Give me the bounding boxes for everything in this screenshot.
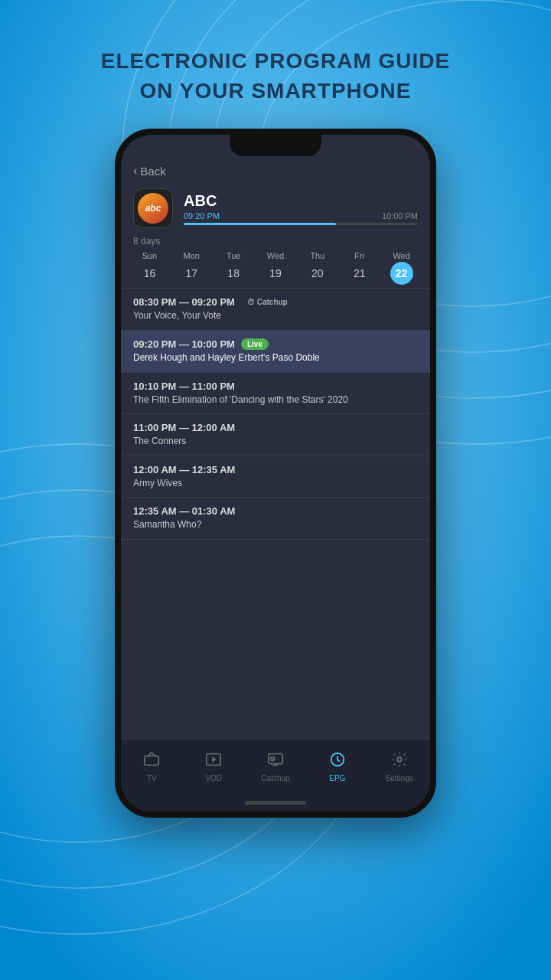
day-name: Wed <box>393 251 409 260</box>
program-list[interactable]: 08:30 PM — 09:20 PM⏱ CatchupYour Voice, … <box>121 289 430 740</box>
tv-icon <box>143 751 160 772</box>
program-item[interactable]: 09:20 PM — 10:00 PMLiveDerek Hough and H… <box>121 331 430 373</box>
program-item[interactable]: 12:35 AM — 01:30 AMSamantha Who? <box>121 498 430 540</box>
program-time: 11:00 PM — 12:00 AM <box>133 422 235 433</box>
back-button[interactable]: ‹ Back <box>121 159 430 182</box>
nav-label-settings: Settings <box>386 774 413 782</box>
program-time: 10:10 PM — 11:00 PM <box>133 381 235 392</box>
program-title: The Fifth Elimination of 'Dancing with t… <box>133 394 418 407</box>
catchup-icon <box>267 751 284 772</box>
program-time-row: 09:20 PM — 10:00 PMLive <box>133 338 418 350</box>
back-chevron-icon: ‹ <box>133 164 137 178</box>
day-name: Thu <box>310 251 324 260</box>
day-number: 21 <box>348 262 371 285</box>
day-number: 16 <box>138 262 161 285</box>
day-name: Sun <box>142 251 158 260</box>
nav-label-epg: EPG <box>329 774 345 782</box>
program-item[interactable]: 10:10 PM — 11:00 PMThe Fifth Elimination… <box>121 373 430 415</box>
program-title: Samantha Who? <box>133 519 418 531</box>
nav-label-tv: TV <box>147 774 157 782</box>
day-number: 19 <box>264 262 287 285</box>
headline-line1: ELECTRONIC PROGRAM GUIDE <box>101 46 450 76</box>
phone-notch <box>230 135 321 156</box>
program-time-row: 12:35 AM — 01:30 AM <box>133 505 418 517</box>
time-bar-row: 09:20 PM 10:00 PM <box>184 211 418 220</box>
phone-button-volume-up <box>433 242 436 288</box>
day-name: Fri <box>354 251 364 260</box>
day-item-sun-16[interactable]: Sun16 <box>129 251 171 285</box>
program-title: Army Wives <box>133 478 418 490</box>
nav-item-tv[interactable]: TV <box>121 751 183 782</box>
svg-marker-10 <box>212 757 217 763</box>
settings-icon <box>391 751 408 772</box>
back-label: Back <box>140 165 165 178</box>
channel-info: ABC 09:20 PM 10:00 PM <box>184 192 418 225</box>
phone-shell: ‹ Back abc ABC 09:20 PM 10:00 PM <box>115 129 436 818</box>
day-number: 20 <box>306 262 329 285</box>
program-time-row: 10:10 PM — 11:00 PM <box>133 381 418 392</box>
headline-line2: ON YOUR SMARTPHONE <box>101 76 450 106</box>
program-time: 09:20 PM — 10:00 PM <box>133 338 235 350</box>
program-time: 12:00 AM — 12:35 AM <box>133 464 235 475</box>
vod-icon <box>205 751 222 772</box>
headline: ELECTRONIC PROGRAM GUIDE ON YOUR SMARTPH… <box>101 46 450 106</box>
program-title: Derek Hough and Hayley Erbert's Paso Dob… <box>133 352 418 364</box>
program-title: Your Voice, Your Vote <box>133 310 418 322</box>
bottom-nav: TVVODCatchupEPGSettings <box>121 740 430 793</box>
day-name: Wed <box>267 251 284 260</box>
svg-rect-8 <box>145 756 158 766</box>
nav-item-epg[interactable]: EPG <box>306 751 368 782</box>
nav-item-catchup[interactable]: Catchup <box>245 751 307 782</box>
svg-point-14 <box>397 758 402 763</box>
phone-wrapper: ‹ Back abc ABC 09:20 PM 10:00 PM <box>115 129 436 818</box>
day-number: 18 <box>222 262 245 285</box>
time-end: 10:00 PM <box>382 211 418 220</box>
day-item-wed-19[interactable]: Wed19 <box>255 251 297 285</box>
program-time: 08:30 PM — 09:20 PM <box>133 296 235 308</box>
progress-bar <box>184 223 418 225</box>
progress-fill <box>184 223 336 225</box>
program-time-row: 11:00 PM — 12:00 AM <box>133 422 418 433</box>
program-item[interactable]: 11:00 PM — 12:00 AMThe Conners <box>121 414 430 456</box>
day-number: 22 <box>390 262 413 285</box>
time-start: 09:20 PM <box>184 211 220 220</box>
days-label: 8 days <box>121 231 430 248</box>
nav-label-vod: VOD <box>205 774 222 782</box>
day-item-thu-20[interactable]: Thu20 <box>296 251 338 285</box>
epg-icon <box>329 751 346 772</box>
phone-button-volume-down <box>433 303 436 349</box>
home-bar <box>245 801 306 805</box>
program-item[interactable]: 08:30 PM — 09:20 PM⏱ CatchupYour Voice, … <box>121 289 430 331</box>
catchup-badge: ⏱ Catchup <box>241 296 294 308</box>
page-wrapper: ELECTRONIC PROGRAM GUIDE ON YOUR SMARTPH… <box>0 0 551 980</box>
channel-logo: abc <box>133 188 173 228</box>
channel-name: ABC <box>184 192 418 210</box>
program-title: The Conners <box>133 436 418 448</box>
day-item-mon-17[interactable]: Mon17 <box>171 251 213 285</box>
day-number: 17 <box>180 262 203 285</box>
day-item-wed-22[interactable]: Wed22 <box>380 251 422 285</box>
nav-item-settings[interactable]: Settings <box>368 751 430 782</box>
phone-screen: ‹ Back abc ABC 09:20 PM 10:00 PM <box>121 135 430 812</box>
program-time: 12:35 AM — 01:30 AM <box>133 505 235 517</box>
program-item[interactable]: 12:00 AM — 12:35 AMArmy Wives <box>121 456 430 498</box>
day-name: Tue <box>227 251 241 260</box>
abc-logo: abc <box>138 193 168 224</box>
channel-header: abc ABC 09:20 PM 10:00 PM <box>121 182 430 231</box>
home-indicator <box>121 793 430 812</box>
nav-label-catchup: Catchup <box>261 774 289 782</box>
program-time-row: 08:30 PM — 09:20 PM⏱ Catchup <box>133 296 418 308</box>
day-name: Mon <box>184 251 200 260</box>
day-selector: Sun16Mon17Tue18Wed19Thu20Fri21Wed22 <box>121 248 430 288</box>
nav-item-vod[interactable]: VOD <box>183 751 245 782</box>
program-time-row: 12:00 AM — 12:35 AM <box>133 464 418 475</box>
day-item-tue-18[interactable]: Tue18 <box>213 251 255 285</box>
day-item-fri-21[interactable]: Fri21 <box>338 251 380 285</box>
live-badge: Live <box>241 338 269 350</box>
